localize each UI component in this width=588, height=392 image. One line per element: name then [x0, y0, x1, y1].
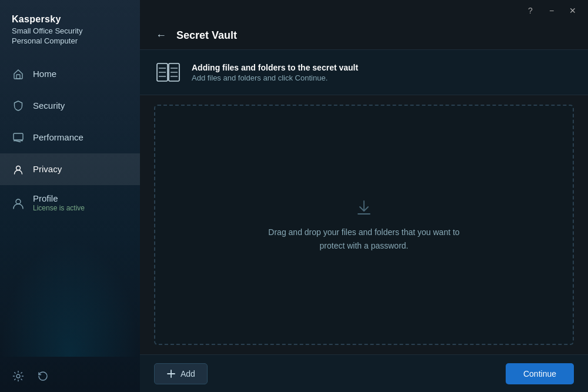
add-button-label: Add	[181, 369, 195, 378]
bottom-bar: Add Continue	[140, 354, 588, 392]
sidebar: Kaspersky Small Office Security Personal…	[0, 0, 140, 392]
download-icon	[354, 197, 374, 217]
sidebar-item-home-label: Home	[33, 69, 56, 79]
main-content: ? − ✕ ← Secret Vault Adding files and f	[140, 0, 588, 392]
info-text: Adding files and folders to the secret v…	[192, 63, 358, 82]
drop-zone-line1: Drag and drop your files and folders tha…	[268, 226, 459, 239]
profile-status: License is active	[33, 204, 85, 212]
app-brand: Kaspersky	[12, 13, 128, 26]
sidebar-item-security-label: Security	[33, 100, 65, 110]
back-button[interactable]: ←	[154, 28, 168, 42]
sidebar-item-profile[interactable]: Profile License is active	[0, 185, 140, 220]
add-button[interactable]: Add	[154, 363, 208, 384]
svg-point-7	[16, 199, 21, 204]
svg-line-4	[16, 140, 21, 142]
sidebar-item-privacy[interactable]: Privacy	[0, 153, 140, 185]
drop-zone-text: Drag and drop your files and folders tha…	[268, 226, 459, 252]
sidebar-item-performance-label: Performance	[33, 132, 83, 142]
drop-zone-area: Drag and drop your files and folders tha…	[140, 95, 588, 354]
app-type: Personal Computer	[12, 36, 128, 46]
info-title: Adding files and folders to the secret v…	[192, 63, 358, 72]
titlebar: ? − ✕	[140, 0, 588, 21]
home-icon	[12, 68, 25, 81]
help-button[interactable]: ?	[521, 2, 540, 19]
sidebar-item-performance[interactable]: Performance	[0, 122, 140, 153]
sidebar-bottom	[0, 360, 140, 392]
profile-icon	[12, 196, 25, 209]
sidebar-nav: Home Security Performance	[0, 58, 140, 360]
svg-point-6	[16, 166, 21, 170]
minimize-button[interactable]: −	[542, 2, 561, 19]
drop-zone-line2: protect with a password.	[268, 239, 459, 252]
vault-icon	[154, 58, 182, 86]
drop-zone[interactable]: Drag and drop your files and folders tha…	[154, 105, 574, 345]
refresh-icon[interactable]	[36, 370, 49, 383]
app-product: Small Office Security	[12, 26, 128, 36]
security-icon	[12, 99, 25, 112]
settings-icon[interactable]	[12, 370, 25, 383]
svg-rect-0	[16, 75, 20, 79]
close-button[interactable]: ✕	[563, 2, 582, 19]
privacy-icon	[12, 163, 25, 176]
sidebar-item-home[interactable]: Home	[0, 58, 140, 90]
info-subtitle: Add files and folders and click Continue…	[192, 73, 358, 82]
svg-rect-1	[14, 133, 23, 140]
sidebar-item-privacy-label: Privacy	[33, 164, 62, 174]
page-header: ← Secret Vault	[140, 21, 588, 50]
app-title: Kaspersky Small Office Security Personal…	[0, 0, 140, 58]
continue-button[interactable]: Continue	[506, 363, 574, 384]
info-bar: Adding files and folders to the secret v…	[140, 50, 588, 95]
page-title: Secret Vault	[176, 29, 237, 42]
sidebar-item-security[interactable]: Security	[0, 90, 140, 122]
profile-text: Profile License is active	[33, 193, 85, 212]
svg-point-8	[16, 374, 20, 378]
performance-icon	[12, 131, 25, 144]
profile-name: Profile	[33, 193, 85, 203]
